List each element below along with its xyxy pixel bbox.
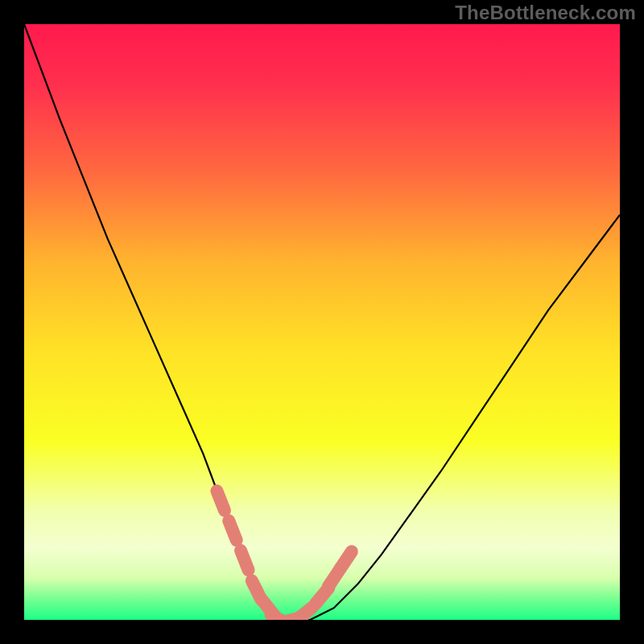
plot-area xyxy=(24,24,620,620)
curve-marker xyxy=(241,551,249,570)
curve-marker xyxy=(217,491,225,510)
chart-frame: TheBottleneck.com xyxy=(0,0,644,644)
curve-marker xyxy=(340,551,351,569)
curve-marker xyxy=(229,521,237,540)
curve-markers xyxy=(24,24,620,620)
watermark-text: TheBottleneck.com xyxy=(455,2,636,24)
curve-marker xyxy=(296,608,312,621)
